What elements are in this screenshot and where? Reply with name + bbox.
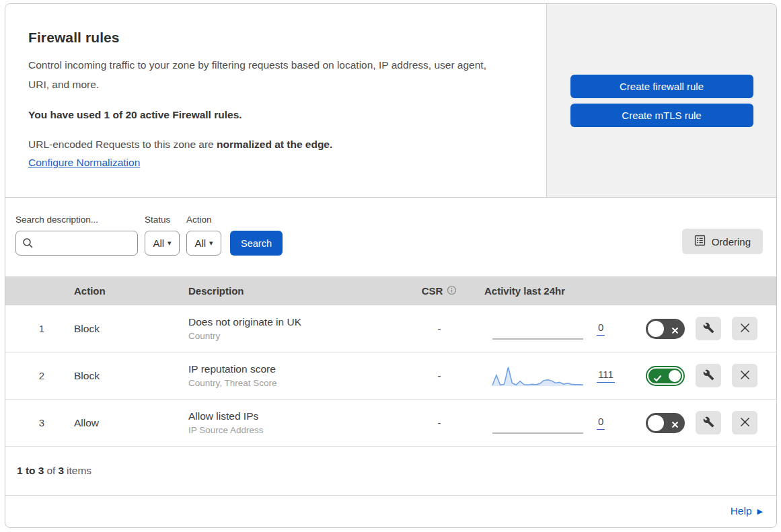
rule-description: IP reputation score — [188, 363, 402, 375]
activity-count-link[interactable]: 111 — [597, 369, 615, 383]
pagination-summary: 1 to 3 of 3 items — [5, 447, 776, 496]
filter-bar: Search description... Status All ▾ Actio… — [5, 198, 776, 276]
actions-panel: Create firewall rule Create mTLS rule — [546, 4, 776, 197]
normalization-note-bold: normalized at the edge. — [217, 139, 332, 150]
rule-enabled-toggle[interactable] — [646, 319, 685, 339]
pagination-range: 1 to 3 — [17, 465, 44, 477]
table-row: 3 Allow Allow listed IPs IP Source Addre… — [5, 400, 776, 447]
rule-description: Does not originate in UK — [188, 316, 402, 328]
activity-sparkline — [492, 365, 583, 387]
help-link[interactable]: Help ▶ — [731, 505, 763, 517]
ordering-button[interactable]: Ordering — [682, 229, 763, 254]
configure-normalization-link[interactable]: Configure Normalization — [28, 157, 140, 169]
search-label: Search description... — [15, 215, 138, 225]
close-icon — [740, 323, 750, 335]
wrench-icon — [703, 369, 714, 383]
normalization-note-text: URL-encoded Requests to this zone are — [28, 139, 217, 150]
chevron-down-icon: ▾ — [209, 239, 213, 247]
rule-enabled-toggle[interactable] — [646, 413, 685, 433]
delete-rule-button[interactable] — [732, 317, 757, 340]
toggle-knob — [648, 321, 664, 337]
close-icon — [740, 370, 750, 382]
table-header-row: Action Description CSR Activity last 24h… — [5, 276, 776, 305]
help-row: Help ▶ — [5, 496, 776, 527]
column-header-csr: CSR — [402, 285, 476, 297]
status-select-value: All — [153, 237, 164, 249]
rule-fields: Country — [188, 331, 402, 341]
action-filter-group: Action All ▾ — [186, 215, 221, 256]
chevron-down-icon: ▾ — [168, 239, 172, 247]
arrow-right-icon: ▶ — [757, 508, 763, 515]
delete-rule-button[interactable] — [732, 411, 757, 434]
action-label: Action — [186, 215, 221, 225]
create-firewall-rule-button[interactable]: Create firewall rule — [570, 75, 753, 98]
column-header-action: Action — [66, 285, 180, 297]
rule-priority: 2 — [5, 370, 66, 381]
info-icon[interactable] — [447, 285, 457, 297]
rule-fields: IP Source Address — [188, 425, 402, 435]
page-description: Control incoming traffic to your zone by… — [28, 55, 509, 94]
action-select-value: All — [194, 237, 206, 249]
usage-note: You have used 1 of 20 active Firewall ru… — [28, 109, 519, 121]
rule-csr-value: - — [402, 323, 476, 334]
delete-rule-button[interactable] — [732, 364, 757, 387]
search-button[interactable]: Search — [230, 231, 283, 256]
rule-fields: Country, Threat Score — [188, 378, 402, 388]
edit-rule-button[interactable] — [696, 364, 721, 387]
toggle-knob — [648, 415, 664, 431]
activity-sparkline — [492, 412, 583, 434]
action-select[interactable]: All ▾ — [186, 231, 221, 256]
status-filter-group: Status All ▾ — [145, 215, 180, 256]
normalization-note: URL-encoded Requests to this zone are no… — [28, 139, 519, 151]
rule-priority: 3 — [5, 417, 66, 428]
create-mtls-rule-button[interactable]: Create mTLS rule — [570, 104, 753, 127]
ordering-icon — [694, 235, 706, 248]
ordering-button-label: Ordering — [712, 236, 751, 248]
wrench-icon — [703, 416, 714, 430]
header-section: Firewall rules Control incoming traffic … — [5, 4, 776, 198]
edit-rule-button[interactable] — [696, 411, 721, 434]
search-group: Search description... — [15, 215, 138, 256]
rule-priority: 1 — [5, 323, 66, 334]
column-header-description: Description — [180, 285, 402, 297]
toggle-knob — [669, 370, 681, 382]
wrench-icon — [703, 322, 714, 336]
activity-count-link[interactable]: 0 — [597, 416, 605, 430]
firewall-rules-card: Firewall rules Control incoming traffic … — [5, 3, 777, 528]
status-label: Status — [145, 215, 180, 225]
rule-csr-value: - — [402, 417, 476, 428]
rule-enabled-toggle[interactable] — [647, 367, 683, 385]
table-row: 1 Block Does not originate in UK Country… — [5, 305, 776, 352]
table-row: 2 Block IP reputation score Country, Thr… — [5, 352, 776, 400]
close-icon — [740, 417, 750, 429]
column-header-activity: Activity last 24hr — [476, 285, 638, 297]
search-button-group: Search — [228, 215, 283, 256]
check-icon — [653, 373, 662, 385]
header-text-block: Firewall rules Control incoming traffic … — [5, 4, 546, 197]
status-select[interactable]: All ▾ — [145, 231, 180, 256]
x-icon — [671, 419, 679, 431]
x-icon — [671, 325, 679, 337]
page-title: Firewall rules — [28, 30, 519, 46]
activity-count-link[interactable]: 0 — [597, 321, 605, 336]
pagination-total: 3 — [58, 465, 64, 477]
rule-action: Block — [66, 370, 180, 382]
edit-rule-button[interactable] — [696, 317, 721, 340]
activity-sparkline — [492, 317, 583, 340]
rule-action: Block — [66, 323, 180, 335]
rule-description: Allow listed IPs — [188, 410, 402, 422]
rule-csr-value: - — [402, 370, 476, 381]
rule-action: Allow — [66, 417, 180, 429]
search-input[interactable] — [15, 231, 138, 256]
